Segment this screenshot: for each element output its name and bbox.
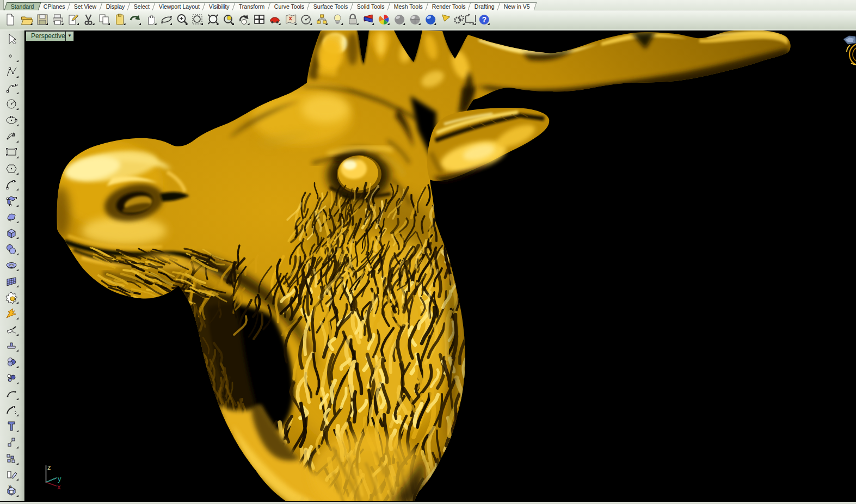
svg-text:y: y xyxy=(58,475,61,483)
svg-text:x: x xyxy=(57,483,61,491)
svg-text:?: ? xyxy=(482,15,486,24)
svg-text:z: z xyxy=(47,463,51,471)
svg-text:»: » xyxy=(8,483,12,490)
